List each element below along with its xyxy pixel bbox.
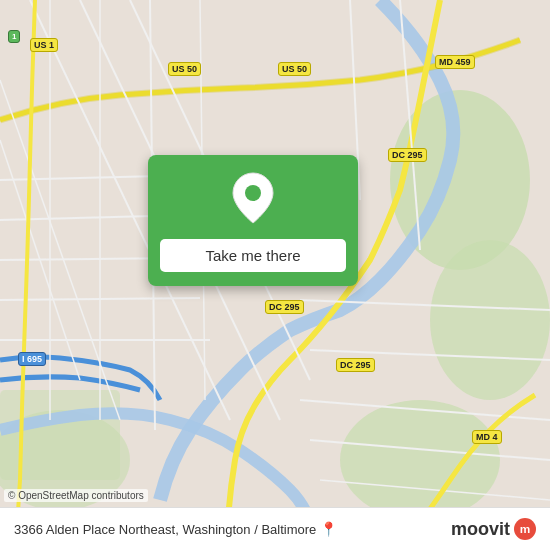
- map-container: US 1 1 US 50 US 50 MD 459 DC 295 DC 295 …: [0, 0, 550, 550]
- label-dc295-2: DC 295: [265, 300, 304, 314]
- svg-point-3: [340, 400, 500, 520]
- moovit-logo-text: moovit: [451, 519, 510, 540]
- label-1: 1: [8, 30, 20, 43]
- moovit-pin-icon: 📍: [320, 521, 337, 537]
- moovit-brand-icon: m: [514, 518, 536, 540]
- svg-point-2: [430, 240, 550, 400]
- label-md4: MD 4: [472, 430, 502, 444]
- label-i695: I 695: [18, 352, 46, 366]
- popup-card: Take me there: [148, 155, 358, 286]
- address-label: 3366 Alden Place Northeast, Washington /…: [14, 522, 316, 537]
- attribution-text: © OpenStreetMap contributors: [4, 489, 148, 502]
- location-pin-icon: [231, 171, 275, 229]
- address-text: 3366 Alden Place Northeast, Washington /…: [14, 521, 451, 537]
- svg-text:m: m: [520, 522, 531, 536]
- label-dc295-1: DC 295: [388, 148, 427, 162]
- label-us50-2: US 50: [278, 62, 311, 76]
- label-dc295-3: DC 295: [336, 358, 375, 372]
- label-us50-1: US 50: [168, 62, 201, 76]
- svg-point-27: [245, 185, 261, 201]
- take-me-there-button[interactable]: Take me there: [160, 239, 346, 272]
- label-md459: MD 459: [435, 55, 475, 69]
- bottom-bar: 3366 Alden Place Northeast, Washington /…: [0, 507, 550, 550]
- moovit-logo: moovit m: [451, 518, 536, 540]
- label-us1: US 1: [30, 38, 58, 52]
